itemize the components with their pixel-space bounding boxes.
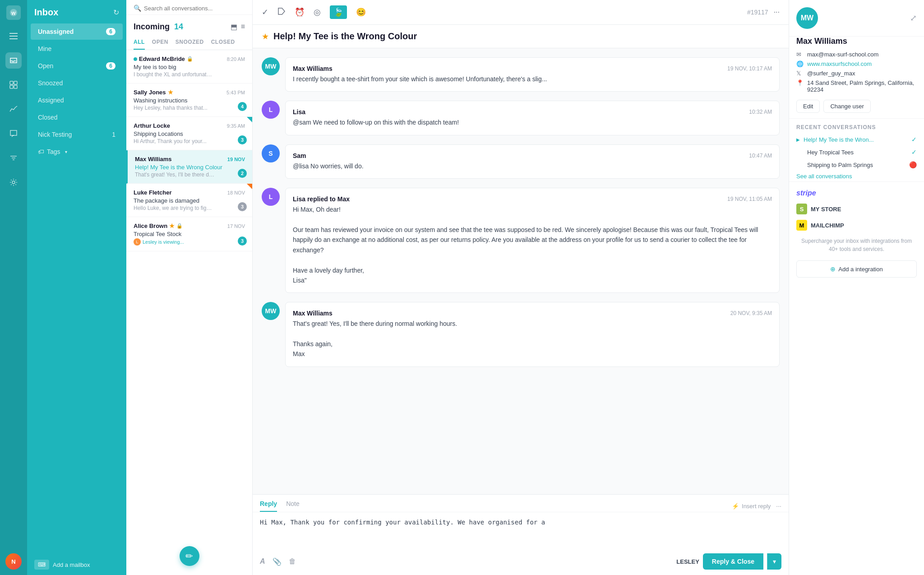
message-row-3: S Sam 10:47 AM @lisa No worries, will do… <box>262 144 780 179</box>
see-all-conversations-link[interactable]: See all conversations <box>789 171 924 181</box>
tab-note[interactable]: Note <box>286 500 300 512</box>
tab-closed[interactable]: CLOSED <box>211 35 235 50</box>
sidebar-tags[interactable]: 🏷 Tags ▾ <box>31 144 123 160</box>
grid-nav-icon[interactable] <box>5 77 22 93</box>
filter-list-icon[interactable]: ≡ <box>241 23 245 31</box>
tab-snoozed[interactable]: SNOOZED <box>176 35 204 50</box>
conv-item-2[interactable]: Sally Jones ★ 5:43 PM Washing instructio… <box>126 83 252 117</box>
compose-button[interactable]: ✏ <box>180 546 199 566</box>
search-input[interactable] <box>144 5 245 12</box>
checkmark-icon[interactable]: ✓ <box>262 7 268 17</box>
reply-close-button[interactable]: Reply & Close <box>703 553 763 570</box>
sidebar-item-nick-testing[interactable]: Nick Testing 1 <box>31 126 123 143</box>
tag-icon: 🏷 <box>38 148 44 155</box>
user-avatar-nav[interactable]: N <box>5 553 22 570</box>
reply-dropdown-button[interactable]: ▾ <box>767 553 781 570</box>
sidebar-item-label: Assigned <box>38 97 64 104</box>
twitter-icon: 𝕏 <box>796 70 804 77</box>
assign-icon[interactable]: ◎ <box>314 7 321 17</box>
tab-reply[interactable]: Reply <box>260 500 277 512</box>
sidebar-title: Inbox <box>34 7 58 18</box>
conv-tabs: ALL OPEN SNOOZED CLOSED <box>126 35 252 50</box>
conv-item-6[interactable]: Alice Brown ★ 🔒 17 NOV Tropical Tee Stoc… <box>126 217 252 251</box>
conv-badge: 3 <box>238 236 247 246</box>
msg-header-4: Lisa replied to Max 19 NOV, 11:05 AM <box>293 195 772 203</box>
conv-badge: 4 <box>238 102 247 111</box>
reply-box: Reply Note ⚡ Insert reply ··· Hi Max, Th… <box>253 494 789 575</box>
conv-item-5[interactable]: Luke Fletcher 18 NOV The package is dama… <box>126 184 252 217</box>
message-row-2: L Lisa 10:32 AM @sam We need to follow-u… <box>262 101 780 135</box>
star-icon[interactable]: ★ <box>262 32 269 42</box>
reply-tab-actions: ⚡ Insert reply ··· <box>732 500 781 512</box>
mailchimp-integration[interactable]: M MAILCHIMP <box>796 217 917 233</box>
tab-open[interactable]: OPEN <box>152 35 168 50</box>
more-options-icon[interactable]: ··· <box>774 8 780 16</box>
agent-label: LESLEY <box>676 558 699 565</box>
analytics-nav-icon[interactable] <box>5 101 22 117</box>
add-integration-button[interactable]: ⊕ Add a integration <box>796 260 917 278</box>
contact-website[interactable]: www.maxsurfschool.com <box>807 60 872 67</box>
add-mailbox-button[interactable]: Add a mailbox <box>53 561 90 568</box>
conv-item-3[interactable]: Arthur Locke 9:35 AM Shipping Locations … <box>126 117 252 150</box>
sidebar-item-closed[interactable]: Closed <box>31 109 123 125</box>
clock-icon[interactable]: ⏰ <box>295 7 305 17</box>
delete-icon[interactable]: 🗑 <box>289 557 296 566</box>
conv-item-1[interactable]: Edward McBride 🔒 8:20 AM My tee is too b… <box>126 50 252 83</box>
msg-header-1: Max Williams 19 NOV, 10:17 AM <box>293 65 772 72</box>
reply-more-icon[interactable]: ··· <box>776 502 781 510</box>
triangle-indicator <box>247 117 252 122</box>
change-user-button[interactable]: Change user <box>823 100 870 113</box>
conv-sender-name: Max Williams <box>135 156 172 162</box>
refresh-icon[interactable]: ↻ <box>113 8 119 17</box>
toolbar-actions: ✓ ⏰ ◎ 🍃 😊 <box>262 5 366 19</box>
sidebar-item-snoozed[interactable]: Snoozed <box>31 75 123 91</box>
insert-reply-button[interactable]: ⚡ Insert reply <box>732 503 771 510</box>
sidebar-item-label: Mine <box>38 45 51 52</box>
edit-contact-button[interactable]: Edit <box>796 100 820 113</box>
recent-conv-item-3[interactable]: Shipping to Palm Springs 🔴 <box>789 158 924 171</box>
orange-triangle-indicator <box>247 184 252 189</box>
search-icon: 🔍 <box>134 5 141 12</box>
bolt-icon: ⚡ <box>732 503 739 510</box>
contact-twitter: @surfer_guy_max <box>807 70 855 77</box>
stripe-logo: stripe <box>796 187 917 201</box>
attach-icon[interactable]: 📎 <box>273 557 282 566</box>
svg-rect-5 <box>10 81 13 84</box>
active-indicator: ▶ <box>796 137 800 142</box>
reply-textarea[interactable]: Hi Max, Thank you for confirming your av… <box>253 512 789 548</box>
app-logo[interactable]: w <box>6 5 21 20</box>
sidebar-item-mine[interactable]: Mine <box>31 41 123 57</box>
shopify-integration[interactable]: S MY STORE <box>796 201 917 217</box>
mailchimp-label: MAILCHIMP <box>811 222 844 229</box>
conv-sender-name: Alice Brown <box>134 223 167 229</box>
sidebar-item-label: Open <box>38 62 53 70</box>
inbox-nav-icon[interactable] <box>5 52 22 69</box>
conv-sender-name: Luke Fletcher <box>134 189 172 196</box>
archive-icon[interactable]: ⬒ <box>231 23 237 31</box>
recent-conv-item-1[interactable]: ▶ Help! My Tee is the Wron... ✓ <box>789 133 924 146</box>
menu-icon[interactable] <box>5 28 22 44</box>
conv-preview: That's great! Yes, I'll be there duri... <box>135 172 216 178</box>
expand-icon[interactable]: ⤢ <box>910 13 917 23</box>
conv-toolbar: ✓ ⏰ ◎ 🍃 😊 #19117 ··· <box>253 0 789 25</box>
chat-nav-icon[interactable] <box>5 125 22 142</box>
sidebar-item-assigned[interactable]: Assigned <box>31 92 123 108</box>
filter-nav-icon[interactable] <box>5 150 22 166</box>
settings-nav-icon[interactable] <box>5 174 22 190</box>
conv-badge: 3 <box>238 202 247 211</box>
conv-time: 5:43 PM <box>226 90 245 95</box>
text-format-icon[interactable]: A <box>260 557 265 566</box>
keyboard-icon[interactable]: ⌨ <box>34 560 49 570</box>
emoji-active-icon[interactable]: 🍃 <box>330 5 347 19</box>
recent-conv-item-2[interactable]: Hey Tropical Tees ✓ <box>789 146 924 158</box>
conv-list-title: Incoming <box>134 22 170 31</box>
sidebar-item-open[interactable]: Open 6 <box>31 58 123 74</box>
tab-all[interactable]: ALL <box>134 35 145 50</box>
sidebar-item-unassigned[interactable]: Unassigned 6 <box>31 23 123 40</box>
recent-conv-title-1: Help! My Tee is the Wron... <box>804 136 908 143</box>
svg-rect-2 <box>9 33 18 34</box>
conversation-id: #19117 <box>747 9 768 16</box>
conv-item-4[interactable]: Max Williams 19 NOV Help! My Tee is the … <box>126 150 252 184</box>
label-icon[interactable] <box>277 7 286 18</box>
mood-icon[interactable]: 😊 <box>356 7 366 17</box>
